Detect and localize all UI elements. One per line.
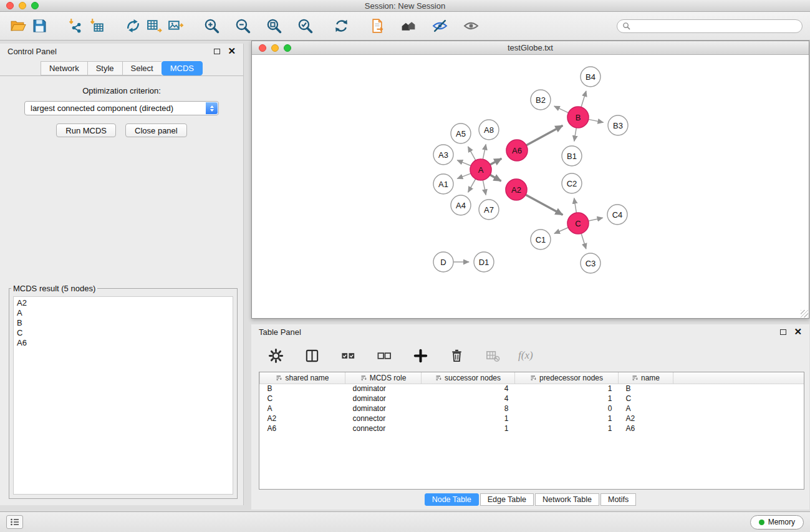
table-cell[interactable]: dominator [345, 404, 422, 414]
select-all-button[interactable] [337, 345, 359, 366]
new-column-button[interactable] [410, 345, 431, 366]
graph-edge[interactable] [581, 91, 586, 107]
mcds-result-list[interactable]: A2ABCA6 [13, 296, 233, 495]
graph-edge[interactable] [483, 180, 486, 195]
column-header[interactable]: successor nodes [422, 372, 515, 384]
graph-edge[interactable] [581, 233, 586, 249]
show-task-history-button[interactable] [6, 515, 23, 529]
function-builder-button[interactable]: f(x) [518, 349, 533, 362]
table-row[interactable]: Bdominator41B [260, 384, 804, 394]
column-header[interactable]: MCDS role [345, 372, 422, 384]
tab-motifs[interactable]: Motifs [600, 493, 636, 506]
table-cell[interactable]: 4 [422, 384, 515, 394]
column-header[interactable]: shared name [260, 372, 345, 384]
result-item[interactable]: C [17, 328, 229, 338]
refresh-view-button[interactable] [330, 16, 352, 37]
save-session-button[interactable] [29, 16, 50, 37]
result-item[interactable]: B [17, 318, 229, 328]
tab-network-table[interactable]: Network Table [535, 493, 599, 506]
tab-network[interactable]: Network [41, 61, 87, 75]
table-settings-button[interactable] [265, 345, 286, 366]
column-header[interactable]: predecessor nodes [515, 372, 619, 384]
table-cell[interactable]: 4 [422, 394, 515, 404]
tab-mcds[interactable]: MCDS [162, 61, 203, 75]
zoom-out-button[interactable] [232, 16, 253, 37]
graph-edge[interactable] [490, 175, 501, 181]
table-row[interactable]: Adominator80A [260, 404, 804, 414]
table-cell[interactable]: dominator [345, 394, 422, 404]
table-cell[interactable]: 1 [515, 423, 619, 433]
table-row[interactable]: Cdominator41C [260, 394, 804, 404]
table-cell[interactable]: A6 [619, 423, 673, 433]
graph-edge[interactable] [589, 218, 603, 221]
graph-edge[interactable] [457, 160, 471, 166]
table-cell[interactable]: 1 [515, 384, 619, 394]
table-cell[interactable]: A2 [619, 414, 673, 423]
zoom-selected-button[interactable] [294, 16, 316, 37]
hide-graphics-details-button[interactable] [460, 16, 481, 37]
table-cell[interactable]: connector [345, 414, 422, 423]
table-cell[interactable]: A2 [260, 414, 345, 423]
result-item[interactable]: A6 [17, 338, 229, 348]
table-cell[interactable]: C [260, 394, 345, 404]
result-item[interactable]: A2 [17, 298, 229, 308]
run-mcds-button[interactable]: Run MCDS [56, 123, 116, 137]
close-table-panel-icon[interactable]: ✕ [794, 329, 802, 335]
search-input[interactable] [634, 22, 797, 31]
import-network-button[interactable] [65, 16, 86, 37]
node-table[interactable]: shared nameMCDS rolesuccessor nodesprede… [259, 372, 804, 490]
table-cell[interactable]: 0 [515, 404, 619, 414]
graph-edge[interactable] [589, 119, 604, 122]
zoom-in-button[interactable] [201, 16, 222, 37]
result-item[interactable]: A [17, 308, 229, 318]
table-cell[interactable]: A [260, 404, 345, 414]
import-table-button[interactable] [86, 16, 107, 37]
table-cell[interactable]: B [260, 384, 345, 394]
table-cell[interactable]: A [619, 404, 673, 414]
home-button[interactable] [398, 16, 419, 37]
graph-edge[interactable] [574, 198, 577, 213]
close-panel-button[interactable]: Close panel [125, 123, 187, 137]
float-table-panel-icon[interactable] [780, 329, 786, 335]
graph-edge[interactable] [526, 195, 562, 215]
table-cell[interactable]: connector [345, 423, 422, 433]
table-cell[interactable]: C [619, 394, 673, 404]
export-document-button[interactable] [367, 16, 388, 37]
graph-edge[interactable] [483, 145, 486, 160]
network-graph[interactable]: B4B2BB3A5A8A6B1A3AC2A1A2A4A7C4CC1C3DD1 [252, 56, 809, 318]
graph-edge[interactable] [554, 228, 568, 234]
table-cell[interactable]: dominator [345, 384, 422, 394]
zoom-fit-button[interactable] [263, 16, 284, 37]
graph-edge[interactable] [554, 106, 569, 113]
table-cell[interactable]: B [619, 384, 673, 394]
float-panel-icon[interactable] [214, 49, 220, 54]
tab-select[interactable]: Select [122, 61, 162, 75]
table-row[interactable]: A6connector11A6 [260, 423, 804, 433]
deselect-all-button[interactable] [374, 345, 395, 366]
graph-edge[interactable] [457, 173, 471, 178]
table-cell[interactable]: 1 [515, 414, 619, 423]
graph-edge[interactable] [574, 128, 576, 142]
show-columns-button[interactable] [301, 345, 322, 366]
delete-table-button[interactable] [482, 345, 503, 366]
tab-edge-table[interactable]: Edge Table [480, 493, 534, 506]
optimization-dropdown[interactable]: largest connected component (directed) [24, 101, 219, 115]
network-canvas[interactable]: B4B2BB3A5A8A6B1A3AC2A1A2A4A7C4CC1C3DD1 [252, 56, 809, 318]
open-file-button[interactable] [7, 16, 29, 37]
table-cell[interactable]: A6 [260, 423, 345, 433]
memory-button[interactable]: Memory [750, 515, 804, 530]
new-network-button[interactable] [122, 16, 143, 37]
export-image-button[interactable] [165, 16, 186, 37]
graph-edge[interactable] [526, 125, 562, 145]
table-row[interactable]: A2connector11A2 [260, 414, 804, 423]
tab-style[interactable]: Style [87, 61, 122, 75]
show-graphics-details-button[interactable] [429, 16, 450, 37]
table-cell[interactable]: 1 [422, 423, 515, 433]
table-cell[interactable]: 1 [515, 394, 619, 404]
column-header[interactable]: name [619, 372, 673, 384]
tab-node-table[interactable]: Node Table [425, 493, 479, 506]
resize-handle[interactable] [801, 310, 808, 317]
graph-edge[interactable] [468, 147, 476, 160]
table-cell[interactable]: 1 [422, 414, 515, 423]
delete-columns-button[interactable] [446, 345, 467, 366]
